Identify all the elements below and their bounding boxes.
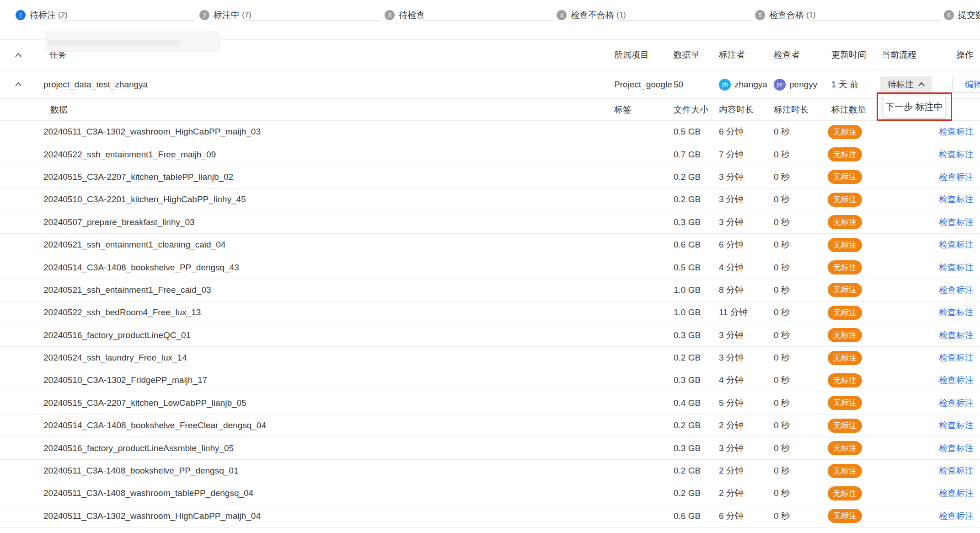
data-file-size: 0.2 GB [674,353,719,363]
column-header-annotation-count: 标注数量 [831,104,882,116]
check-annotation-link[interactable]: 检查标注 [939,239,974,251]
column-header-actions: 操作 [934,49,980,61]
data-annotation-duration: 0 秒 [774,465,831,477]
checker-avatar: pe [774,79,786,91]
check-annotation-link[interactable]: 检查标注 [939,420,974,431]
step-number-badge: 4 [557,10,567,20]
check-annotation-link[interactable]: 检查标注 [939,262,974,274]
step-pending-check[interactable]: 3 待检查 [385,0,425,30]
data-file-size: 0.2 GB [674,420,719,431]
data-content-duration: 6 分钟 [719,510,774,522]
data-content-duration: 3 分钟 [719,442,774,454]
data-annotation-duration: 0 秒 [774,420,831,431]
step-label: 待检查 [399,9,425,21]
check-annotation-link[interactable]: 检查标注 [939,149,974,161]
ghost-highlight-block [48,40,181,46]
data-annotation-duration: 0 秒 [774,126,831,138]
check-annotation-link[interactable]: 检查标注 [939,374,974,386]
data-file-name: 20240521_ssh_entainment1_Free_caid_03 [43,285,614,295]
data-annotation-duration: 0 秒 [774,284,831,296]
column-header-annotator: 标注者 [719,49,774,61]
step-annotating[interactable]: 2 标注中 (7) [199,0,252,30]
check-annotation-link[interactable]: 检查标注 [939,284,974,296]
data-content-duration: 4 分钟 [719,262,774,274]
check-annotation-link[interactable]: 检查标注 [939,216,974,228]
data-content-duration: 3 分钟 [719,194,774,205]
data-annotation-duration: 0 秒 [774,487,831,499]
check-annotation-link[interactable]: 检查标注 [939,487,974,499]
step-number-badge: 1 [16,10,26,20]
check-annotation-link[interactable]: 检查标注 [939,510,974,522]
data-annotation-duration: 0 秒 [774,397,831,409]
data-annotation-duration: 0 秒 [774,171,831,183]
table-row: 20240511_C3A-1302_washroom_HighCabPP_mai… [0,121,980,143]
collapse-all-chevron-up-icon[interactable] [15,53,21,57]
task-project: Project_google [614,80,674,90]
check-annotation-link[interactable]: 检查标注 [939,465,974,477]
status-badge: 无标注 [828,419,862,433]
data-file-size: 0.4 GB [674,398,719,408]
data-file-size: 0.2 GB [674,194,719,205]
task-updated: 1 天 前 [831,79,882,91]
step-number-badge: 2 [199,10,209,20]
check-annotation-link[interactable]: 检查标注 [939,329,974,341]
status-badge: 无标注 [828,125,862,139]
check-annotation-link[interactable]: 检查标注 [939,126,974,138]
step-connector [61,20,194,21]
task-row: project_data_test_zhangya Project_google… [0,70,980,99]
data-annotation-duration: 0 秒 [774,149,831,161]
data-file-name: 20240511_C3A-1302_washroom_HighCabPP_mai… [43,127,614,137]
step-check-failed[interactable]: 4 检查不合格 (1) [557,0,626,30]
data-annotation-duration: 0 秒 [774,239,831,251]
table-row: 20240514_C3A-1408_bookshelve_FreeClear_d… [0,415,980,437]
data-file-size: 0.3 GB [674,443,719,453]
step-connector [617,20,752,21]
data-annotation-duration: 0 秒 [774,374,831,386]
data-content-duration: 5 分钟 [719,397,774,409]
check-annotation-link[interactable]: 检查标注 [939,171,974,183]
data-content-duration: 3 分钟 [719,216,774,228]
data-file-name: 20240522_ssh_bedRoom4_Free_lux_13 [43,307,614,318]
task-annotator: zh zhangya [719,79,774,91]
edit-button[interactable]: 编辑 [953,77,980,92]
chevron-up-icon [918,82,925,86]
data-file-name: 20240511_C3A-1408_bookshelve_PP_dengsq_0… [43,466,614,476]
step-check-passed[interactable]: 5 检查合格 (1) [755,0,816,30]
data-file-name: 20240511_C3A-1302_washroom_HighCabPP_mai… [43,511,614,521]
step-connector [809,20,941,21]
data-file-size: 0.2 GB [674,488,719,498]
data-file-name: 20240514_C3A-1408_bookshelve_FreeClear_d… [43,420,614,431]
check-annotation-link[interactable]: 检查标注 [939,194,974,205]
collapse-task-chevron-up-icon[interactable] [15,82,21,86]
column-header-data-count: 数据量 [674,49,719,61]
data-annotation-duration: 0 秒 [774,442,831,454]
step-pending-annotation[interactable]: 1 待标注 (2) [16,0,68,30]
check-annotation-link[interactable]: 检查标注 [939,442,974,454]
data-annotation-duration: 0 秒 [774,262,831,274]
table-row: 20240522_ssh_entainment1_Free_maijh_09 0… [0,143,980,166]
step-count: (7) [242,11,252,20]
data-content-duration: 6 分钟 [719,239,774,251]
table-row: 20240521_ssh_entainment1_cleaning_caid_0… [0,234,980,256]
data-file-name: 20240510_C3A-1302_FridgePP_maijh_17 [43,375,614,385]
data-file-name: 20240522_ssh_entainment1_Free_maijh_09 [43,150,614,160]
data-content-duration: 8 分钟 [719,284,774,296]
column-header-checker: 检查者 [774,49,831,61]
status-badge: 无标注 [828,238,862,252]
data-file-size: 0.2 GB [674,466,719,476]
step-number-badge: 6 [944,10,954,20]
step-submit-data[interactable]: 6 提交数据 [944,0,980,30]
check-annotation-link[interactable]: 检查标注 [939,352,974,364]
column-header-file-size: 文件大小 [674,104,719,116]
table-row: 20240511_C3A-1408_washroom_tablePP_dengs… [0,482,980,505]
status-badge: 无标注 [828,351,862,365]
current-flow-dropdown-button[interactable]: 待标注 [880,76,932,93]
dropdown-menu-item-next-step[interactable]: 下一步 标注中 [884,96,945,118]
table-row: 20240516_factory_productLineAssmble_linh… [0,437,980,459]
check-annotation-link[interactable]: 检查标注 [939,397,974,409]
table-row: 20240510_C3A-2201_kitchen_HighCabPP_linh… [0,188,980,211]
status-badge: 无标注 [828,170,862,184]
check-annotation-link[interactable]: 检查标注 [939,307,974,318]
table-row: 20240515_C3A-2207_kitchen_LowCabPP_lianj… [0,392,980,415]
table-row-partial: 无标注 [0,528,980,533]
